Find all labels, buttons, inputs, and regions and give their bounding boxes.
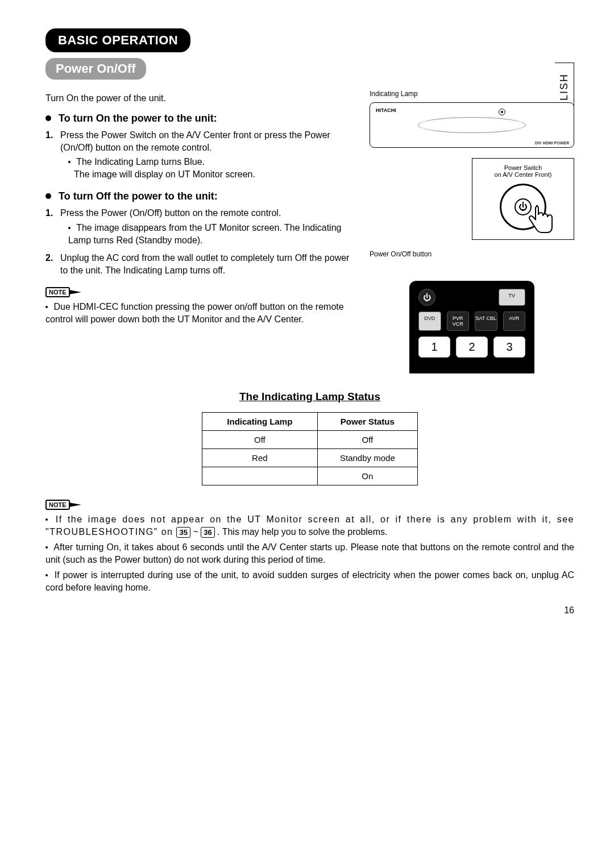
step-text: Press the Power (On/Off) button on the r… [60, 208, 281, 218]
table-row: Red Standby mode [202, 449, 418, 467]
step-text: Press the Power Switch on the A/V Center… [60, 130, 330, 152]
remote-num-3: 3 [493, 337, 525, 358]
note-block-2: NOTE If the image does not appear on the… [45, 499, 574, 594]
hand-pointer-icon [525, 205, 557, 239]
page-number: 16 [564, 605, 574, 616]
note-text-part: . This may help you to solve the problem… [217, 527, 387, 537]
section-title: BASIC OPERATION [45, 28, 190, 52]
remote-illustration: ⏻ TV DVD PVR VCR SAT CBL AVR 1 2 3 [409, 281, 534, 373]
note-text: Due HDMI-CEC function pressing the power… [45, 302, 344, 324]
note-item: After turning On, it takes about 6 secon… [45, 541, 574, 566]
turn-off-step-2: 2. Unplug the AC cord from the wall outl… [60, 252, 357, 276]
heading-turn-on: To turn On the power to the unit: [45, 113, 357, 124]
note-block-1: NOTE Due HDMI-CEC function pressing the … [45, 286, 357, 325]
power-switch-zoom: Power Switch on A/V Center Front) ⏻ [472, 158, 574, 240]
subsection-title: Power On/Off [45, 58, 146, 80]
step-text: Unplug the AC cord from the wall outlet … [60, 253, 349, 275]
heading-turn-off-text: To turn Off the power to the unit: [59, 190, 218, 202]
remote-sat-button: SAT CBL [475, 312, 497, 331]
note-text: If power is interrupted during use of th… [45, 570, 574, 592]
power-switch-illustration: ⏻ [500, 184, 546, 230]
table-cell: Off [202, 431, 318, 449]
bullet-icon [45, 193, 51, 199]
indicating-lamp-label: Indicating Lamp [370, 90, 574, 98]
turn-on-step-1: 1. Press the Power Switch on the A/V Cen… [60, 129, 357, 180]
note-tag-icon: NOTE [45, 500, 70, 510]
sub-bullet-icon [45, 518, 48, 521]
page-ref-35: 35 [176, 527, 190, 538]
table-cell [202, 467, 318, 485]
zoom-caption-line2: on A/V Center Front) [477, 171, 569, 178]
indicating-lamp-icon [499, 109, 505, 115]
heading-turn-off: To turn Off the power to the unit: [45, 190, 357, 202]
page-ref-36: 36 [201, 527, 214, 538]
note-item: If power is interrupted during use of th… [45, 569, 574, 593]
remote-num-1: 1 [418, 337, 450, 358]
note-text: After turning On, it takes about 6 secon… [45, 542, 574, 564]
table-cell: Standby mode [317, 449, 417, 467]
intro-text: Turn On the power of the unit. [45, 93, 357, 103]
turn-off-step-1: 1. Press the Power (On/Off) button on th… [60, 207, 357, 246]
table-cell: On [317, 467, 417, 485]
table-header-status: Power Status [317, 413, 417, 431]
remote-pvr-button: PVR VCR [447, 312, 470, 331]
remote-dvd-button: DVD [418, 312, 441, 331]
note-item: Due HDMI-CEC function pressing the power… [45, 301, 357, 325]
tilde: ~ [193, 527, 198, 537]
table-cell: Off [317, 431, 417, 449]
step-number: 1. [45, 129, 53, 142]
remote-tv-button: TV [499, 289, 525, 306]
sub-bullet-icon [45, 574, 48, 576]
remote-num-2: 2 [456, 337, 488, 358]
table-row: On [202, 467, 418, 485]
step-number: 1. [45, 207, 53, 219]
remote-power-button: ⏻ [418, 289, 435, 306]
zoom-caption-line1: Power Switch [477, 164, 569, 171]
table-title: The Indicating Lamp Status [45, 391, 574, 403]
power-button-label: Power On/Off button [370, 250, 574, 258]
table-cell: Red [202, 449, 318, 467]
sub-bullet-icon [45, 546, 48, 549]
note-item: If the image does not appear on the UT M… [45, 513, 574, 538]
lamp-status-table: Indicating Lamp Power Status Off Off Red… [202, 412, 418, 485]
sub-bullet-icon [68, 227, 70, 229]
sub-text: The Indicating Lamp turns Blue. [76, 157, 205, 167]
sub-bullet-icon [45, 306, 48, 308]
brand-label: HITACHI [376, 107, 396, 113]
remote-avr-button: AVR [503, 312, 526, 331]
av-center-illustration: HITACHI DIV HDMI POWER [370, 102, 574, 148]
heading-turn-on-text: To turn On the power to the unit: [59, 113, 217, 124]
disc-icon [418, 117, 526, 133]
step-number: 2. [45, 252, 53, 264]
bullet-icon [45, 115, 51, 121]
note-tag-icon: NOTE [45, 287, 70, 297]
sub-text: The image disappears from the UT Monitor… [68, 223, 341, 245]
logos-row: DIV HDMI POWER [535, 141, 569, 145]
sub-text: The image will display on UT Monitor scr… [68, 169, 255, 179]
sub-bullet-icon [68, 161, 70, 163]
table-header-lamp: Indicating Lamp [202, 413, 318, 431]
table-row: Off Off [202, 431, 418, 449]
